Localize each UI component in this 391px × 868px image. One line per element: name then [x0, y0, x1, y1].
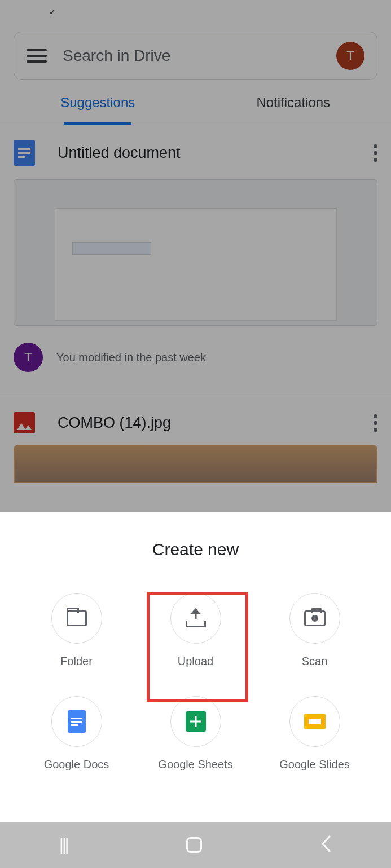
back-button[interactable]: [320, 834, 332, 856]
modifier-avatar: T: [14, 343, 43, 372]
file-title: Untitled document: [58, 144, 351, 162]
home-button[interactable]: [186, 837, 202, 853]
battery-percent: 79%: [348, 6, 368, 18]
file-item[interactable]: Untitled document T You modified in the …: [0, 125, 391, 372]
camera-icon: [304, 610, 326, 626]
file-title: COMBO (14).jpg: [58, 414, 351, 432]
search-bar[interactable]: Search in Drive T: [14, 32, 377, 80]
status-time: 20:45: [11, 5, 42, 19]
sheets-icon: [186, 711, 206, 732]
checkbox-icon: ✓: [47, 7, 58, 17]
sheet-title: Create new: [17, 540, 374, 559]
network-icon: 4G: [322, 9, 331, 15]
folder-icon: [67, 610, 87, 626]
file-meta: You modified in the past week: [56, 351, 206, 364]
upload-icon: [186, 609, 206, 627]
signal-icon: [335, 7, 345, 17]
slides-icon: [304, 714, 326, 729]
docs-file-icon: [14, 140, 35, 166]
create-scan-button[interactable]: Scan: [255, 593, 374, 668]
file-preview[interactable]: [14, 179, 377, 326]
tab-bar: Suggestions Notifications: [0, 80, 391, 125]
file-preview[interactable]: [14, 445, 377, 483]
more-options-icon[interactable]: [374, 414, 377, 432]
tab-notifications[interactable]: Notifications: [196, 80, 392, 125]
create-docs-button[interactable]: Google Docs: [17, 696, 136, 771]
status-bar: 20:45 ✓ 4G 79%: [0, 0, 391, 24]
recents-button[interactable]: |||: [59, 835, 67, 854]
tab-suggestions[interactable]: Suggestions: [0, 80, 196, 125]
create-new-sheet: Create new Folder Upload Scan Google Doc…: [0, 512, 391, 822]
menu-icon[interactable]: [27, 49, 47, 63]
create-sheets-button[interactable]: Google Sheets: [136, 696, 255, 771]
create-folder-button[interactable]: Folder: [17, 593, 136, 668]
more-options-icon[interactable]: [374, 144, 377, 162]
create-upload-button[interactable]: Upload: [136, 593, 255, 668]
battery-icon: [372, 6, 380, 18]
image-file-icon: [14, 412, 35, 433]
docs-icon: [68, 710, 86, 733]
navigation-bar: |||: [0, 822, 391, 868]
account-avatar[interactable]: T: [336, 42, 364, 70]
file-item[interactable]: COMBO (14).jpg: [0, 395, 391, 483]
create-slides-button[interactable]: Google Slides: [255, 696, 374, 771]
search-placeholder: Search in Drive: [63, 47, 320, 65]
